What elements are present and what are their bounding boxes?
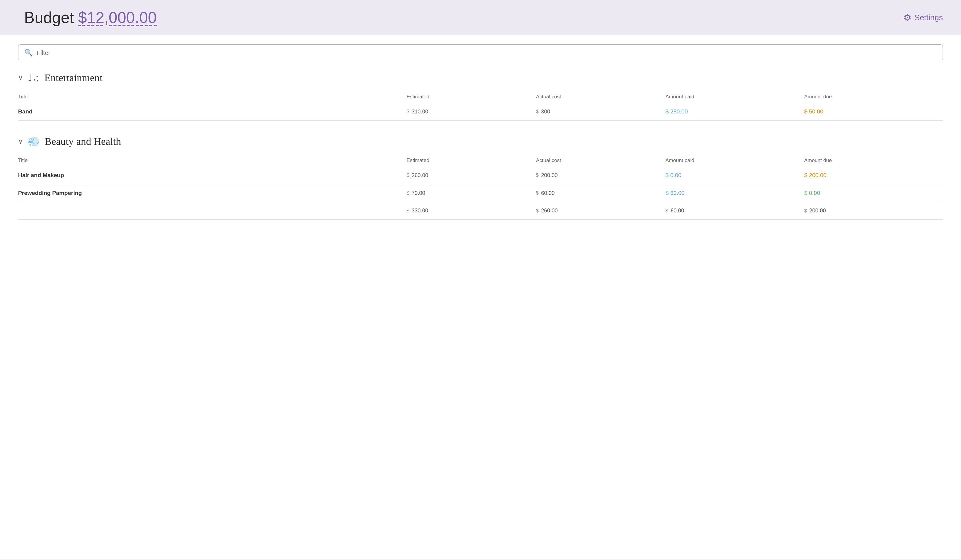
col-header-title: Title: [18, 91, 407, 103]
totals-label: [18, 202, 407, 220]
dollar-icon: $: [536, 173, 539, 178]
beauty-hairdryer-icon: 💨: [28, 136, 40, 147]
col-header-actual-bh: Actual cost: [536, 154, 665, 167]
dollar-icon: $: [407, 109, 409, 114]
dollar-icon: $: [665, 208, 668, 213]
col-header-paid-bh: Amount paid: [665, 154, 804, 167]
entertainment-music-icon: ♩♫: [28, 72, 40, 83]
beauty-chevron-icon: ∨: [18, 138, 23, 145]
entertainment-chevron-icon: ∨: [18, 74, 23, 82]
dollar-icon: $: [804, 208, 807, 213]
gear-icon: ⚙: [903, 12, 911, 23]
item-prewedding-title: Prewedding Pampering: [18, 185, 407, 202]
hairmakeup-actual-value: 200.00: [541, 172, 558, 179]
item-band-estimated: $ 310.00: [407, 103, 536, 121]
entertainment-table: Title Estimated Actual cost Amount paid …: [18, 91, 943, 121]
col-header-due: Amount due: [804, 91, 943, 103]
budget-amount[interactable]: $12,000.00: [78, 8, 157, 27]
dollar-icon: $: [536, 190, 539, 196]
item-prewedding-actual: $ 60.00: [536, 185, 665, 202]
col-header-estimated-bh: Estimated: [407, 154, 536, 167]
totals-estimated: $ 330.00: [407, 202, 536, 220]
item-hairmakeup-actual: $ 200.00: [536, 167, 665, 185]
table-row: Prewedding Pampering $ 70.00 $ 60.00: [18, 185, 943, 202]
totals-due: $ 200.00: [804, 202, 943, 220]
col-header-estimated: Estimated: [407, 91, 536, 103]
item-prewedding-paid: $ 60.00: [665, 185, 804, 202]
totals-paid-value: 60.00: [671, 208, 684, 214]
settings-label: Settings: [914, 13, 943, 22]
dollar-icon: $: [407, 208, 409, 213]
totals-estimated-value: 330.00: [412, 208, 428, 214]
budget-title-area: Budget $12,000.00: [24, 8, 157, 27]
search-icon: 🔍: [24, 49, 32, 57]
beauty-health-category-header[interactable]: ∨ 💨 Beauty and Health: [18, 136, 943, 147]
totals-actual-value: 260.00: [541, 208, 558, 214]
filter-bar: 🔍: [18, 44, 943, 61]
item-prewedding-estimated: $ 70.00: [407, 185, 536, 202]
beauty-health-section: ∨ 💨 Beauty and Health Title Estimated Ac…: [18, 136, 943, 220]
totals-paid: $ 60.00: [665, 202, 804, 220]
dollar-icon: $: [536, 208, 539, 213]
entertainment-section: ∨ ♩♫ Entertainment Title Estimated Actua…: [18, 72, 943, 121]
dollar-icon: $: [536, 109, 539, 114]
totals-due-value: 200.00: [809, 208, 826, 214]
totals-row: $ 330.00 $ 260.00 $ 60.00: [18, 202, 943, 220]
beauty-health-category-name: Beauty and Health: [45, 136, 121, 147]
filter-input[interactable]: [37, 50, 937, 56]
col-header-title-bh: Title: [18, 154, 407, 167]
item-hairmakeup-paid: $ 0.00: [665, 167, 804, 185]
band-actual-value: 300: [541, 109, 550, 115]
item-prewedding-due: $ 0.00: [804, 185, 943, 202]
totals-actual: $ 260.00: [536, 202, 665, 220]
table-row: Hair and Makeup $ 260.00 $ 200.00: [18, 167, 943, 185]
item-band-actual: $ 300: [536, 103, 665, 121]
hairmakeup-estimated-value: 260.00: [412, 172, 428, 179]
col-header-actual: Actual cost: [536, 91, 665, 103]
beauty-health-table: Title Estimated Actual cost Amount paid …: [18, 154, 943, 220]
settings-button[interactable]: ⚙ Settings: [903, 12, 943, 23]
item-hairmakeup-estimated: $ 260.00: [407, 167, 536, 185]
main-content: 🔍 ∨ ♩♫ Entertainment Title Estimated Act…: [0, 35, 961, 559]
band-estimated-value: 310.00: [412, 109, 428, 115]
prewedding-estimated-value: 70.00: [412, 190, 425, 196]
header: Budget $12,000.00 ⚙ Settings: [0, 0, 961, 35]
entertainment-category-header[interactable]: ∨ ♩♫ Entertainment: [18, 72, 943, 83]
filter-input-wrapper: 🔍: [18, 44, 943, 61]
item-band-paid: $ 250.00: [665, 103, 804, 121]
item-hairmakeup-due: $ 200.00: [804, 167, 943, 185]
table-row: Band $ 310.00 $ 300 $ 250: [18, 103, 943, 121]
budget-label: Budget: [24, 8, 74, 27]
col-header-paid: Amount paid: [665, 91, 804, 103]
item-band-title: Band: [18, 103, 407, 121]
col-header-due-bh: Amount due: [804, 154, 943, 167]
item-hairmakeup-title: Hair and Makeup: [18, 167, 407, 185]
prewedding-actual-value: 60.00: [541, 190, 555, 196]
item-band-due: $ 50.00: [804, 103, 943, 121]
dollar-icon: $: [407, 190, 409, 196]
entertainment-category-name: Entertainment: [44, 72, 103, 83]
dollar-icon: $: [407, 173, 409, 178]
